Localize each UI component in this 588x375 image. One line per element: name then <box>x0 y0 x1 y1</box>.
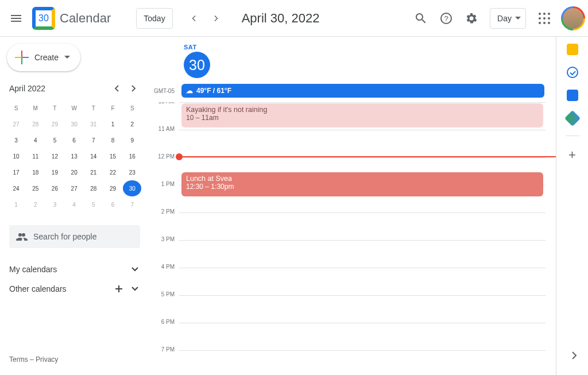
keep-icon[interactable] <box>567 44 578 55</box>
time-grid[interactable]: Kayaking if it's not raining 10 – 11am L… <box>147 102 556 355</box>
contacts-icon[interactable] <box>567 90 578 101</box>
event-title: Lunch at Svea <box>186 175 539 183</box>
current-time-indicator <box>179 156 556 157</box>
plus-icon <box>15 51 29 64</box>
calendar-event[interactable]: Lunch at Svea 12:30 – 1:30pm <box>181 172 543 196</box>
addons-plus-button[interactable]: + <box>568 148 576 163</box>
date-nav <box>182 7 228 30</box>
mini-cal-day[interactable]: 17 <box>7 164 25 180</box>
mini-cal-day[interactable]: 30 <box>123 180 141 196</box>
mini-cal-day[interactable]: 14 <box>84 148 103 164</box>
mini-cal-day[interactable]: 7 <box>123 196 141 212</box>
calendar-event[interactable]: Kayaking if it's not raining 10 – 11am <box>181 103 543 127</box>
mini-cal-day[interactable]: 28 <box>84 180 103 196</box>
mini-cal-day[interactable]: 29 <box>104 180 122 196</box>
google-apps-button[interactable] <box>533 7 556 30</box>
mini-cal-day[interactable]: 28 <box>26 116 45 132</box>
menu-icon <box>9 11 23 25</box>
mini-cal-day[interactable]: 5 <box>84 196 103 212</box>
mini-cal-day[interactable]: 29 <box>45 116 64 132</box>
mini-cal-day[interactable]: 18 <box>26 164 45 180</box>
mini-cal-day[interactable]: 21 <box>84 164 103 180</box>
mini-cal-day[interactable]: 5 <box>45 132 64 148</box>
mini-cal-day[interactable]: 3 <box>45 196 64 212</box>
search-people-input[interactable]: Search for people <box>9 225 140 248</box>
mini-cal-day[interactable]: 4 <box>65 196 83 212</box>
prev-day-button[interactable] <box>182 7 205 30</box>
hour-line <box>179 295 546 323</box>
chevron-left-icon <box>188 13 199 24</box>
mini-cal-day[interactable]: 2 <box>123 116 141 132</box>
settings-button[interactable] <box>460 7 483 30</box>
caret-down-icon <box>515 16 521 21</box>
caret-down-icon <box>64 55 70 60</box>
account-avatar[interactable] <box>563 8 583 29</box>
event-title: Kayaking if it's not raining <box>186 106 539 114</box>
svg-text:?: ? <box>444 14 448 23</box>
mini-cal-day[interactable]: 4 <box>26 132 45 148</box>
mini-cal-day[interactable]: 26 <box>45 180 64 196</box>
mini-cal-prev[interactable] <box>110 82 124 95</box>
logo-area[interactable]: 30 Calendar <box>32 7 111 30</box>
view-selector[interactable]: Day <box>490 8 526 29</box>
mini-cal-dow: W <box>65 100 83 116</box>
my-calendars-section[interactable]: My calendars <box>7 260 142 279</box>
mini-cal-day[interactable]: 19 <box>45 164 64 180</box>
today-button[interactable]: Today <box>136 8 172 29</box>
mini-cal-day[interactable]: 24 <box>7 180 25 196</box>
mini-cal-day[interactable]: 6 <box>104 196 122 212</box>
mini-cal-day[interactable]: 31 <box>84 116 103 132</box>
mini-cal-day[interactable]: 10 <box>7 148 25 164</box>
mini-cal-day[interactable]: 6 <box>65 132 83 148</box>
mini-cal-day[interactable]: 13 <box>65 148 83 164</box>
mini-cal-day[interactable]: 27 <box>65 180 83 196</box>
mini-cal-day[interactable]: 20 <box>65 164 83 180</box>
side-panel: + <box>556 37 588 375</box>
mini-cal-day[interactable]: 23 <box>123 164 141 180</box>
mini-cal-day[interactable]: 16 <box>123 148 141 164</box>
mini-cal-day[interactable]: 9 <box>123 132 141 148</box>
mini-cal-dow: S <box>7 100 25 116</box>
divider <box>566 136 579 136</box>
app-name: Calendar <box>60 11 111 26</box>
sidebar: Create April 2022 SMTWTFS272829303112345… <box>0 37 147 375</box>
mini-cal-day[interactable]: 12 <box>45 148 64 164</box>
mini-cal-dow: F <box>104 100 122 116</box>
chevron-right-icon <box>569 350 579 361</box>
chevron-right-icon <box>211 13 222 24</box>
tasks-icon[interactable] <box>567 67 578 78</box>
chevron-right-icon <box>129 84 137 92</box>
mini-cal-day[interactable]: 25 <box>26 180 45 196</box>
current-date-title: April 30, 2022 <box>242 11 320 26</box>
chevron-down-icon <box>130 264 140 275</box>
mini-cal-dow: T <box>84 100 103 116</box>
maps-icon[interactable] <box>564 110 580 126</box>
hour-label: 10 AM <box>147 102 179 126</box>
mini-cal-next[interactable] <box>126 82 140 95</box>
timezone-label: GMT-05 <box>147 88 179 94</box>
mini-cal-day[interactable]: 30 <box>65 116 83 132</box>
footer-links[interactable]: Terms – Privacy <box>7 351 142 368</box>
mini-cal-day[interactable]: 27 <box>7 116 25 132</box>
day-number[interactable]: 30 <box>184 52 210 78</box>
next-day-button[interactable] <box>205 7 228 30</box>
apps-grid-icon <box>539 13 550 24</box>
mini-cal-day[interactable]: 2 <box>26 196 45 212</box>
create-button[interactable]: Create <box>7 44 80 71</box>
show-sidepanel-button[interactable] <box>563 344 586 367</box>
plus-icon[interactable] <box>114 284 124 294</box>
search-button[interactable] <box>409 7 432 30</box>
mini-cal-title: April 2022 <box>9 84 45 93</box>
mini-cal-day[interactable]: 3 <box>7 132 25 148</box>
mini-cal-day[interactable]: 22 <box>104 164 122 180</box>
mini-cal-day[interactable]: 11 <box>26 148 45 164</box>
mini-cal-day[interactable]: 8 <box>104 132 122 148</box>
mini-cal-day[interactable]: 7 <box>84 132 103 148</box>
help-button[interactable]: ? <box>435 7 458 30</box>
mini-cal-day[interactable]: 1 <box>7 196 25 212</box>
main-menu-button[interactable] <box>5 7 28 30</box>
other-calendars-section[interactable]: Other calendars <box>7 279 142 299</box>
mini-cal-day[interactable]: 15 <box>104 148 122 164</box>
allday-weather-event[interactable]: ☁ 49°F / 61°F <box>181 84 544 98</box>
mini-cal-day[interactable]: 1 <box>104 116 122 132</box>
